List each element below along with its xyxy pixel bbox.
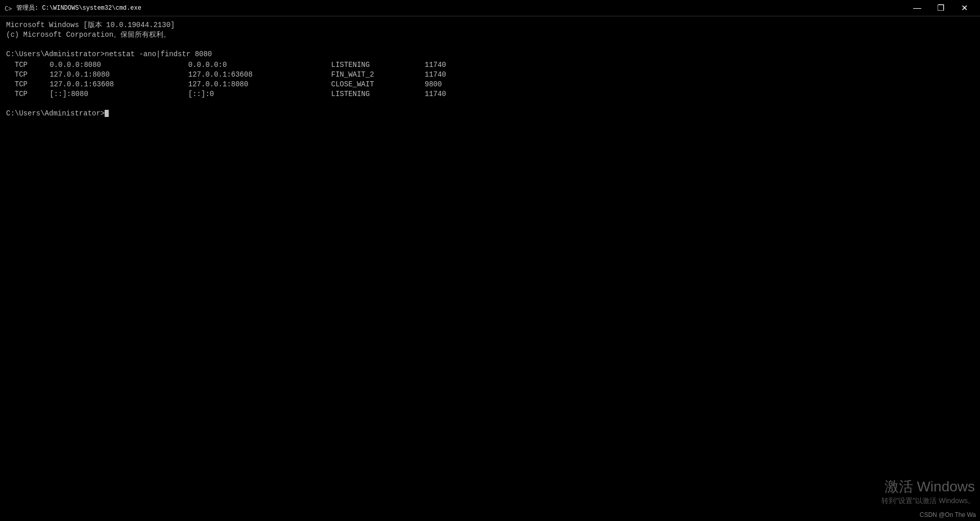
window-title: 管理员: C:\WINDOWS\system32\cmd.exe <box>16 4 905 12</box>
terminal-line-2: (c) Microsoft Corporation。保留所有权利。 <box>6 30 974 40</box>
watermark-subtitle: 转到"设置"以激活 Windows。 <box>881 496 975 506</box>
terminal-prompt: C:\Users\Administrator> <box>6 109 974 119</box>
cmd-window: C> 管理员: C:\WINDOWS\system32\cmd.exe — ❐ … <box>0 0 980 521</box>
window-controls: — ❐ ✕ <box>905 0 976 16</box>
foreign-1: 0.0.0.0:0 <box>180 60 323 70</box>
close-button[interactable]: ✕ <box>952 0 976 16</box>
netstat-table: TCP 0.0.0.0:8080 0.0.0.0:0 LISTENING 117… <box>6 60 974 99</box>
pid-4: 11740 <box>425 89 446 99</box>
blank-line <box>6 99 974 109</box>
maximize-button[interactable]: ❐ <box>929 0 952 16</box>
state-1: LISTENING <box>323 60 425 70</box>
table-row: TCP 127.0.0.1:63608 127.0.0.1:8080 CLOSE… <box>6 80 974 89</box>
taskbar: CSDN @On The Wa <box>920 509 980 521</box>
proto-2: TCP <box>6 70 37 80</box>
table-row: TCP 127.0.0.1:8080 127.0.0.1:63608 FIN_W… <box>6 70 974 80</box>
table-row: TCP 0.0.0.0:8080 0.0.0.0:0 LISTENING 117… <box>6 60 974 70</box>
terminal-content[interactable]: Microsoft Windows [版本 10.0.19044.2130] (… <box>0 16 980 521</box>
state-2: FIN_WAIT_2 <box>323 70 425 80</box>
foreign-3: 127.0.0.1:8080 <box>180 80 323 89</box>
state-3: CLOSE_WAIT <box>323 80 425 89</box>
local-1: 0.0.0.0:8080 <box>37 60 180 70</box>
foreign-4: [::]:0 <box>180 89 323 99</box>
cmd-icon: C> <box>4 4 12 12</box>
minimize-button[interactable]: — <box>905 0 929 16</box>
pid-3: 9800 <box>425 80 442 89</box>
proto-3: TCP <box>6 80 37 89</box>
terminal-line-4: C:\Users\Administrator>netstat -ano|find… <box>6 50 974 59</box>
local-4: [::]:8080 <box>37 89 180 99</box>
terminal-line-1: Microsoft Windows [版本 10.0.19044.2130] <box>6 20 974 30</box>
watermark-title: 激活 Windows <box>881 477 975 496</box>
foreign-2: 127.0.0.1:63608 <box>180 70 323 80</box>
proto-1: TCP <box>6 60 37 70</box>
taskbar-text: CSDN @On The Wa <box>920 511 976 518</box>
windows-watermark: 激活 Windows 转到"设置"以激活 Windows。 <box>881 477 975 506</box>
proto-4: TCP <box>6 89 37 99</box>
local-3: 127.0.0.1:63608 <box>37 80 180 89</box>
pid-2: 11740 <box>425 70 446 80</box>
title-bar: C> 管理员: C:\WINDOWS\system32\cmd.exe — ❐ … <box>0 0 980 16</box>
svg-text:C>: C> <box>5 5 12 12</box>
pid-1: 11740 <box>425 60 446 70</box>
local-2: 127.0.0.1:8080 <box>37 70 180 80</box>
table-row: TCP [::]:8080 [::]:0 LISTENING 11740 <box>6 89 974 99</box>
terminal-line-3 <box>6 40 974 50</box>
state-4: LISTENING <box>323 89 425 99</box>
